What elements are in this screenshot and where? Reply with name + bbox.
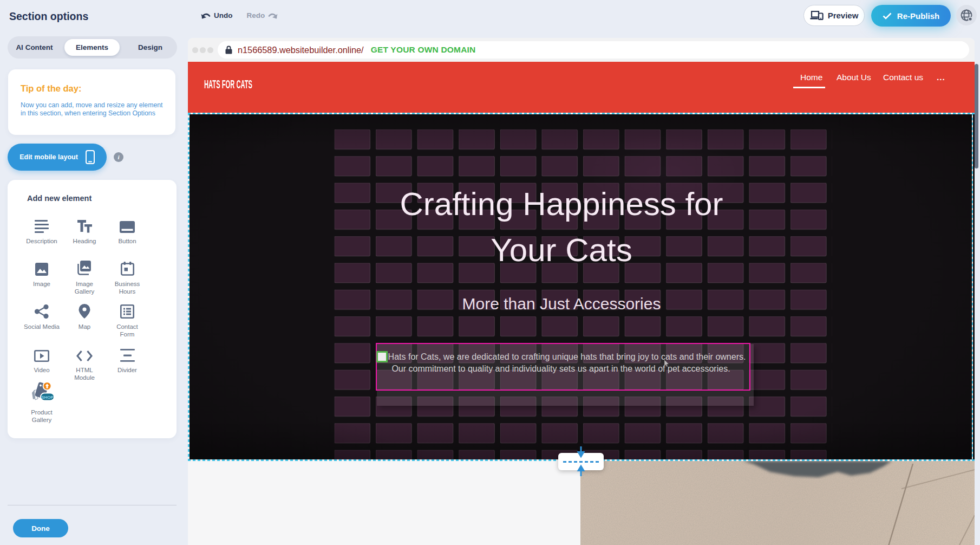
svg-text:SHOP: SHOP <box>41 395 54 400</box>
